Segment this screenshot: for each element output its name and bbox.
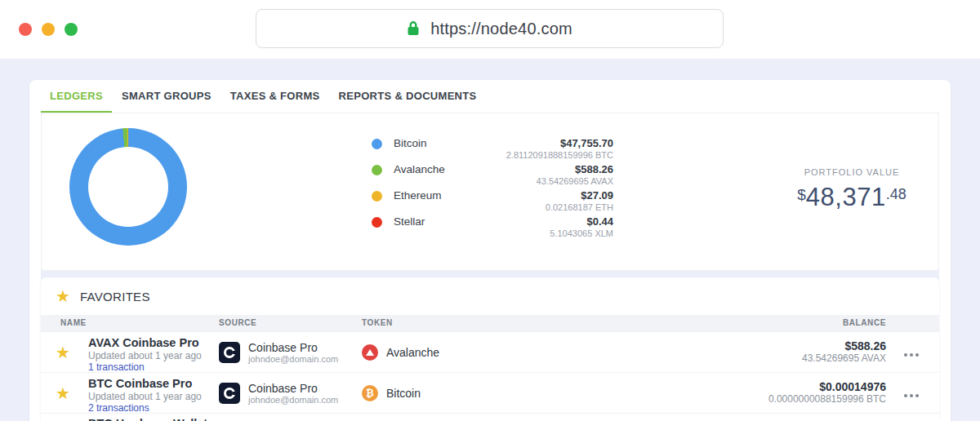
coinbase-pro-icon xyxy=(219,383,240,404)
token-name: Avalanche xyxy=(386,346,439,359)
balance-amount: 43.54269695 AVAX xyxy=(802,352,886,365)
tab-reports-documents[interactable]: REPORTS & DOCUMENTS xyxy=(330,80,486,113)
transactions-link[interactable]: 2 transactions xyxy=(88,402,202,414)
ledger-name: AVAX Coinbase Pro xyxy=(88,336,202,350)
table-row-avax-coinbase-pro[interactable]: ★ AVAX Coinbase Pro Updated about 1 year… xyxy=(41,331,939,372)
column-header-token: TOKEN xyxy=(362,318,393,327)
transactions-link[interactable]: 1 transaction xyxy=(88,361,202,373)
portfolio-summary-panel: Bitcoin $47,755.70 2.8112091888159996 BT… xyxy=(41,113,939,271)
legend-usd-value: $588.26 xyxy=(537,163,613,175)
address-bar[interactable]: https://node40.com xyxy=(256,9,724,48)
legend-token-amount: 2.8112091888159996 BTC xyxy=(506,149,613,161)
row-actions-menu-icon[interactable] xyxy=(904,392,919,400)
window-maximize-button[interactable] xyxy=(65,23,78,36)
legend-label: Avalanche xyxy=(394,163,445,176)
favorites-star-icon: ★ xyxy=(56,288,70,304)
ledger-name-block: BTC Hardware Wallet xyxy=(88,417,207,421)
main-card: LEDGERS SMART GROUPS TAXES & FORMS REPOR… xyxy=(29,80,951,421)
legend-item-ethereum: Ethereum $27.09 0.02168187 ETH xyxy=(372,189,613,215)
window-minimize-button[interactable] xyxy=(42,23,55,36)
table-row-btc-hardware-wallet[interactable]: BTC Hardware Wallet xyxy=(41,413,939,421)
legend-token-amount: 5.1043065 XLM xyxy=(550,228,613,239)
balance-usd: $588.26 xyxy=(802,339,886,352)
legend-item-bitcoin: Bitcoin $47,755.70 2.8112091888159996 BT… xyxy=(372,137,613,163)
token-block: Avalanche xyxy=(362,332,439,373)
row-actions-menu-icon[interactable] xyxy=(904,351,919,359)
currency-symbol: $ xyxy=(797,186,806,203)
portfolio-value-main: 48,371 xyxy=(806,183,886,211)
portfolio-value-block: PORTFOLIO VALUE $48,371.48 xyxy=(760,167,943,212)
portfolio-value-label: PORTFOLIO VALUE xyxy=(760,167,943,177)
url-text: https://node40.com xyxy=(430,20,572,38)
source-name: Coinbase Pro xyxy=(248,341,338,354)
window-close-button[interactable] xyxy=(19,23,32,36)
donut-hole xyxy=(88,147,168,227)
portfolio-value-amount: $48,371.48 xyxy=(760,183,943,212)
favorites-panel: ★ FAVORITES NAME SOURCE TOKEN BALANCE ★ … xyxy=(41,277,939,421)
tab-smart-groups[interactable]: SMART GROUPS xyxy=(113,80,220,113)
balance-usd: $0.00014976 xyxy=(768,380,886,393)
tab-bar: LEDGERS SMART GROUPS TAXES & FORMS REPOR… xyxy=(41,80,939,113)
avalanche-dot-icon xyxy=(372,165,382,175)
favorites-table-header: NAME SOURCE TOKEN BALANCE xyxy=(41,315,939,331)
legend-token-amount: 0.02168187 ETH xyxy=(546,202,613,213)
token-name: Bitcoin xyxy=(386,387,421,400)
source-email: johndoe@domain.com xyxy=(248,395,338,405)
legend-usd-value: $0.44 xyxy=(550,215,613,228)
browser-bar: https://node40.com xyxy=(0,0,980,59)
source-email: johndoe@domain.com xyxy=(248,354,338,365)
legend-item-stellar: Stellar $0.44 5.1043065 XLM xyxy=(372,215,613,242)
balance-block: $588.26 43.54269695 AVAX xyxy=(802,339,886,365)
source-name: Coinbase Pro xyxy=(248,382,338,395)
column-header-balance: BALANCE xyxy=(843,318,886,327)
balance-block: $0.00014976 0.0000000088159996 BTC xyxy=(768,380,886,405)
avalanche-token-icon xyxy=(362,344,378,361)
favorites-header: ★ FAVORITES xyxy=(41,277,939,315)
ledger-updated: Updated about 1 year ago xyxy=(88,391,202,402)
legend-label: Ethereum xyxy=(394,189,442,202)
legend-label: Bitcoin xyxy=(394,137,427,150)
bitcoin-dot-icon xyxy=(372,139,382,149)
ledger-name: BTC Coinbase Pro xyxy=(88,377,202,391)
ledger-name-block: BTC Coinbase Pro Updated about 1 year ag… xyxy=(88,377,202,414)
tab-taxes-forms[interactable]: TAXES & FORMS xyxy=(221,80,329,113)
coinbase-pro-icon xyxy=(219,342,240,363)
ledger-updated: Updated about 1 year ago xyxy=(88,350,202,361)
legend-item-avalanche: Avalanche $588.26 43.54269695 AVAX xyxy=(372,163,613,189)
ethereum-dot-icon xyxy=(372,191,382,202)
tab-ledgers[interactable]: LEDGERS xyxy=(41,80,112,113)
column-header-name: NAME xyxy=(60,318,87,327)
content-area: Bitcoin $47,755.70 2.8112091888159996 BT… xyxy=(41,113,939,421)
favorites-title: FAVORITES xyxy=(80,290,150,304)
ledger-name: BTC Hardware Wallet xyxy=(88,417,207,421)
bitcoin-token-icon: ₿ xyxy=(362,385,378,401)
legend-usd-value: $27.09 xyxy=(546,189,613,202)
column-header-source: SOURCE xyxy=(219,318,256,327)
legend-token-amount: 43.54269695 AVAX xyxy=(537,175,613,187)
legend-label: Stellar xyxy=(394,215,425,228)
favorite-star-toggle[interactable]: ★ xyxy=(56,344,70,361)
token-block: ₿ Bitcoin xyxy=(362,373,421,414)
table-row-btc-coinbase-pro[interactable]: ★ BTC Coinbase Pro Updated about 1 year … xyxy=(41,372,939,413)
legend-usd-value: $47,755.70 xyxy=(506,137,613,149)
balance-amount: 0.0000000088159996 BTC xyxy=(768,393,886,405)
ledger-name-block: AVAX Coinbase Pro Updated about 1 year a… xyxy=(88,336,202,373)
portfolio-value-cents: .48 xyxy=(886,186,906,202)
lock-icon xyxy=(407,20,420,37)
page-background: LEDGERS SMART GROUPS TAXES & FORMS REPOR… xyxy=(0,59,980,421)
favorite-star-toggle[interactable]: ★ xyxy=(56,385,70,401)
stellar-dot-icon xyxy=(372,217,382,228)
source-block: Coinbase Pro johndoe@domain.com xyxy=(219,332,338,373)
allocation-donut-chart xyxy=(69,128,187,246)
chart-legend: Bitcoin $47,755.70 2.8112091888159996 BT… xyxy=(372,137,613,242)
source-block: Coinbase Pro johndoe@domain.com xyxy=(219,373,338,414)
